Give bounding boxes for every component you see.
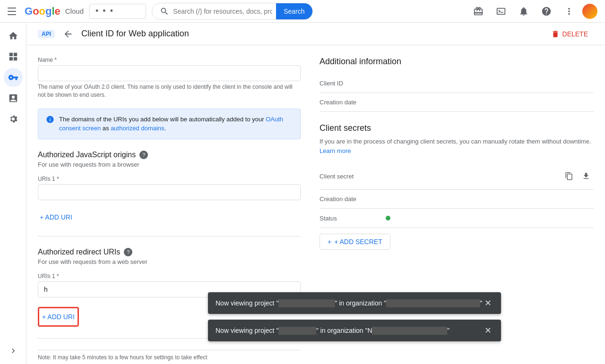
toast-2: Now viewing project "████████" in organi… (208, 320, 501, 341)
toast-2-close-btn[interactable]: ✕ (483, 325, 493, 336)
js-uri-input-wrap (38, 184, 301, 200)
js-uri-input[interactable] (38, 184, 301, 200)
search-button[interactable]: Search (276, 3, 312, 19)
toast-1-text: Now viewing project "████████████" in or… (216, 299, 483, 307)
download-icon (582, 172, 590, 180)
client-id-value (386, 74, 594, 93)
info-icon (46, 115, 54, 126)
status-row: Status (320, 209, 594, 228)
add-secret-label: + ADD SECRET (334, 238, 382, 245)
client-secret-label: Client secret (320, 163, 386, 190)
name-group: Name * The name of your OAuth 2.0 client… (38, 57, 301, 99)
sidebar-item-monitor[interactable] (4, 89, 23, 108)
js-uri-label: URIs 1 * (38, 176, 301, 182)
avatar[interactable] (582, 4, 597, 19)
delete-label: DELETE (562, 30, 588, 38)
sidebar-item-settings[interactable] (4, 110, 23, 128)
bell-icon[interactable] (514, 2, 533, 21)
redirect-uris-help-icon[interactable]: ? (124, 248, 132, 256)
name-input[interactable] (38, 65, 301, 81)
creation-date-label: Creation date (320, 93, 386, 112)
gift-icon[interactable] (469, 2, 488, 21)
delete-icon (551, 30, 560, 38)
secret-creation-date-row: Creation date (320, 190, 594, 209)
sidebar-item-home[interactable] (4, 26, 23, 45)
download-secret-btn[interactable] (579, 169, 594, 184)
search-input[interactable] (173, 8, 272, 15)
expand-sidebar-btn[interactable] (4, 341, 23, 360)
sidebar-item-credentials[interactable] (4, 68, 23, 87)
status-value-cell (386, 209, 594, 228)
creation-date-value (386, 93, 594, 112)
name-label: Name * (38, 57, 301, 63)
project-selector[interactable]: • • • (89, 4, 146, 19)
secret-creation-date-value (386, 190, 594, 209)
delete-button[interactable]: DELETE (545, 26, 594, 42)
more-icon[interactable] (560, 2, 579, 21)
back-arrow-btn[interactable] (60, 26, 76, 42)
learn-more-link[interactable]: Learn more (320, 147, 351, 154)
terminal-icon[interactable] (492, 2, 510, 21)
toast-container: Now viewing project "████████████" in or… (208, 292, 501, 341)
search-icon (160, 7, 169, 16)
topbar-icons (469, 2, 597, 21)
add-uri-2-label: + ADD URI (42, 313, 75, 321)
copy-secret-btn[interactable] (562, 169, 577, 184)
client-id-label: Client ID (320, 74, 386, 93)
client-secret-value-cell (386, 163, 594, 189)
project-dots: • • • (95, 6, 114, 16)
toast-1-close-btn[interactable]: ✕ (483, 298, 493, 308)
client-secrets-table: Client secret (320, 163, 594, 228)
add-secret-button[interactable]: + + ADD SECRET (320, 234, 390, 250)
client-id-row: Client ID (320, 74, 594, 93)
sidebar-item-grid[interactable] (4, 47, 23, 66)
secret-actions (562, 169, 594, 184)
redirect-uri-label: URIs 1 * (38, 273, 301, 279)
status-label: Status (320, 209, 386, 228)
note-text: Note: It may take 5 minutes to a few hou… (38, 350, 301, 361)
copy-icon (565, 172, 573, 180)
page-title: Client ID for Web application (81, 29, 189, 39)
add-uri-btn-1[interactable]: + ADD URI (38, 210, 74, 225)
js-origins-section: Authorized JavaScript origins ? For use … (38, 151, 301, 225)
additional-info-table: Client ID Creation date (320, 74, 594, 112)
js-uri-group: URIs 1 * (38, 176, 301, 200)
help-icon[interactable] (537, 2, 556, 21)
client-secrets-desc: If you are in the process of changing cl… (320, 137, 594, 155)
hamburger-menu[interactable] (8, 6, 19, 17)
name-help-text: The name of your OAuth 2.0 client. This … (38, 83, 301, 99)
client-secrets-title: Client secrets (320, 123, 594, 133)
search-bar: Search (152, 3, 312, 20)
info-text: The domains of the URIs you add below wi… (59, 115, 293, 133)
bottom-bar: Note: It may take 5 minutes to a few hou… (38, 350, 301, 364)
subnav: API Client ID for Web application DELETE (26, 23, 605, 45)
additional-info-title: Additional information (320, 57, 594, 67)
add-uri-btn-2[interactable]: + ADD URI (40, 309, 77, 324)
info-box: The domains of the URIs you add below wi… (38, 109, 301, 139)
toast-2-text: Now viewing project "████████" in organi… (216, 327, 483, 334)
cloud-label: Cloud (65, 7, 84, 15)
redirect-uris-title: Authorized redirect URIs ? (38, 248, 301, 256)
add-uri-1-label: + ADD URI (40, 213, 72, 221)
status-dot (386, 216, 390, 220)
js-origins-subtitle: For use with requests from a browser (38, 161, 301, 168)
oauth-consent-link[interactable]: OAuth consent screen (59, 116, 283, 132)
authorized-domains-link[interactable]: authorized domains (111, 125, 164, 132)
api-badge: API (38, 30, 55, 38)
add-secret-plus: + (328, 238, 331, 245)
client-secret-row: Client secret (320, 163, 594, 190)
topbar: Google Cloud • • • Search (0, 0, 605, 23)
creation-date-row: Creation date (320, 93, 594, 112)
add-uri-btn-2-highlight: + ADD URI (38, 307, 79, 327)
js-origins-title: Authorized JavaScript origins ? (38, 151, 301, 159)
secret-creation-date-label: Creation date (320, 190, 386, 209)
sidebar (0, 23, 26, 364)
redirect-uris-subtitle: For use with requests from a web server (38, 258, 301, 265)
toast-1: Now viewing project "████████████" in or… (208, 292, 501, 314)
google-cloud-logo[interactable]: Google Cloud (25, 5, 84, 17)
js-origins-help-icon[interactable]: ? (139, 151, 148, 159)
